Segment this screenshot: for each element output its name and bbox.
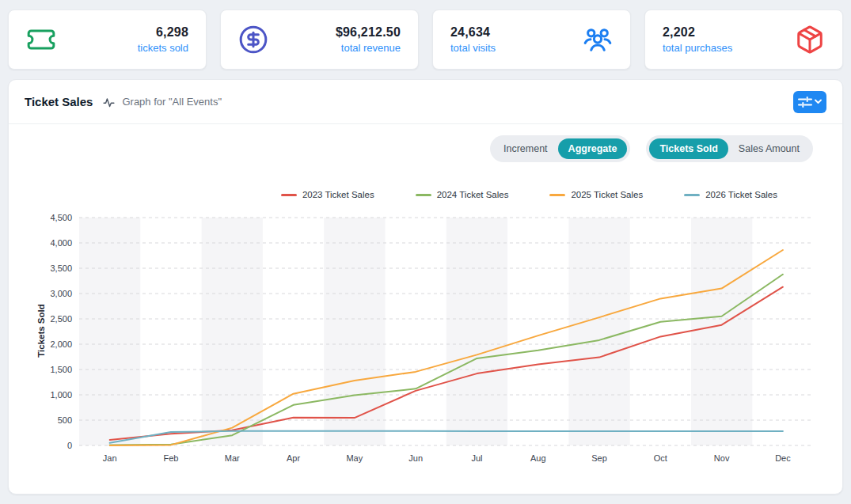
month-band — [568, 218, 629, 445]
legend-swatch — [684, 194, 700, 196]
month-band — [202, 218, 263, 445]
tickets-sold-value: 6,298 — [138, 25, 188, 40]
y-tick-label: 1,500 — [50, 365, 72, 374]
y-tick-label: 2,500 — [50, 314, 72, 324]
legend-label: 2024 Ticket Sales — [437, 190, 509, 199]
legend-swatch — [416, 194, 431, 196]
legend-item: 2026 Ticket Sales — [684, 190, 777, 199]
x-tick-label: Sep — [591, 453, 607, 463]
panel-header: Ticket Sales Graph for "All Events" — [9, 80, 842, 124]
total-revenue-value: $96,212.50 — [336, 25, 401, 40]
y-tick-label: 1,000 — [50, 390, 72, 400]
package-icon — [795, 25, 825, 55]
legend-label: 2025 Ticket Sales — [571, 190, 643, 199]
y-tick-label: 500 — [58, 415, 72, 425]
x-tick-label: Dec — [775, 453, 791, 463]
chart-settings-button[interactable] — [793, 91, 826, 113]
month-band — [79, 218, 140, 445]
total-visits-label: total visits — [450, 42, 496, 54]
chart-toggles: Increment Aggregate Tickets Sold Sales A… — [490, 135, 813, 162]
tickets-sold-label: tickets sold — [138, 42, 188, 54]
x-tick-label: Oct — [654, 453, 667, 463]
legend-item: 2023 Ticket Sales — [281, 190, 374, 199]
legend-label: 2026 Ticket Sales — [705, 190, 777, 199]
x-tick-label: Jul — [471, 453, 482, 463]
month-band — [324, 218, 385, 445]
y-tick-label: 3,500 — [50, 263, 72, 273]
metric-toggle-group: Tickets Sold Sales Amount — [646, 135, 813, 162]
x-tick-label: Jan — [103, 453, 117, 463]
x-tick-label: Mar — [225, 453, 240, 463]
stat-card-tickets-sold: 6,298 tickets sold — [8, 9, 207, 70]
activity-icon — [93, 94, 122, 109]
y-tick-label: 0 — [67, 441, 72, 450]
circle-dollar-icon — [238, 25, 268, 55]
mode-toggle-group: Increment Aggregate — [490, 135, 630, 162]
x-tick-label: Nov — [714, 453, 730, 463]
y-tick-label: 3,000 — [50, 289, 72, 298]
total-revenue-label: total revenue — [336, 42, 401, 54]
stat-card-total-visits: 24,634 total visits — [432, 9, 631, 70]
sliders-icon — [798, 97, 812, 108]
month-band — [691, 218, 752, 445]
stat-card-total-revenue: $96,212.50 total revenue — [220, 9, 419, 70]
legend-swatch — [549, 194, 565, 196]
legend-label: 2023 Ticket Sales — [302, 190, 374, 199]
stat-cards-row: 6,298 tickets sold $96,212.50 total reve… — [8, 9, 843, 70]
x-tick-label: Jun — [408, 453, 423, 463]
panel-title: Ticket Sales — [25, 95, 93, 108]
ticket-sales-panel: Ticket Sales Graph for "All Events" Incr… — [8, 79, 843, 495]
y-tick-label: 2,000 — [50, 339, 72, 349]
toggle-aggregate[interactable]: Aggregate — [558, 138, 628, 159]
total-purchases-label: total purchases — [663, 42, 732, 54]
chart-area: Tickets Sold 05001,0001,5002,0002,5003,0… — [9, 207, 842, 476]
chevron-down-icon — [815, 99, 822, 104]
stat-card-total-purchases: 2,202 total purchases — [644, 9, 843, 70]
toggle-sales-amount[interactable]: Sales Amount — [728, 138, 810, 159]
panel-subtitle: Graph for "All Events" — [122, 96, 222, 108]
y-tick-label: 4,000 — [50, 238, 72, 248]
toggle-tickets-sold[interactable]: Tickets Sold — [649, 138, 728, 159]
ticket-sales-chart: 05001,0001,5002,0002,5003,0003,5004,0004… — [27, 207, 819, 469]
total-visits-value: 24,634 — [450, 25, 496, 40]
legend-swatch — [281, 194, 297, 196]
ticket-icon — [26, 25, 56, 55]
total-purchases-value: 2,202 — [663, 25, 732, 40]
x-tick-label: Aug — [530, 453, 546, 463]
legend-item: 2025 Ticket Sales — [549, 190, 643, 199]
y-tick-label: 4,500 — [50, 213, 72, 222]
users-icon — [583, 25, 613, 55]
x-tick-label: Feb — [163, 453, 178, 463]
toggle-increment[interactable]: Increment — [493, 138, 558, 159]
month-band — [446, 218, 507, 445]
legend-item: 2024 Ticket Sales — [416, 190, 509, 199]
x-tick-label: Apr — [287, 453, 300, 463]
chart-legend: 2023 Ticket Sales2024 Ticket Sales2025 T… — [281, 190, 777, 199]
x-tick-label: May — [346, 453, 363, 463]
